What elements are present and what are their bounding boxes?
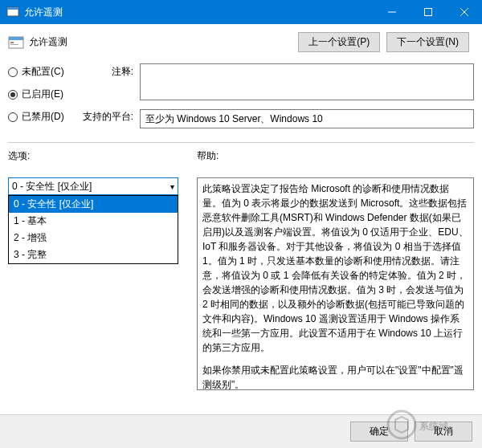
policy-icon: [8, 35, 24, 51]
footer: 确定 取消: [0, 414, 482, 448]
svg-rect-3: [424, 9, 431, 16]
cancel-button[interactable]: 取消: [415, 422, 472, 442]
header-section: 允许遥测 上一个设置(P) 下一个设置(N): [8, 32, 474, 52]
app-icon: [6, 6, 19, 18]
svg-rect-8: [10, 42, 14, 43]
radio-disabled[interactable]: [8, 112, 18, 122]
window-controls: [374, 0, 482, 24]
options-combobox[interactable]: 0 - 安全性 [仅企业] ▾: [8, 177, 178, 195]
prev-setting-button[interactable]: 上一个设置(P): [298, 32, 380, 52]
help-paragraph: 如果你禁用或未配置此策略设置，用户可以在"设置"中配置"遥测级别"。: [202, 363, 468, 390]
help-label: 帮助:: [197, 149, 474, 163]
chevron-down-icon: ▾: [170, 182, 174, 191]
header-title: 允许遥测: [29, 35, 67, 49]
notes-label: 注释:: [77, 65, 133, 110]
divider: [8, 142, 474, 143]
window-title: 允许遥测: [24, 6, 374, 19]
platforms-text: 至少为 Windows 10 Server、Windows 10: [145, 113, 323, 124]
close-button[interactable]: [446, 0, 482, 24]
options-label: 选项:: [8, 149, 189, 163]
next-setting-button[interactable]: 下一个设置(N): [386, 32, 469, 52]
help-textbox[interactable]: 此策略设置决定了报告给 Microsoft 的诊断和使用情况数据量。值为 0 表…: [197, 177, 474, 390]
combobox-option[interactable]: 1 - 基本: [9, 213, 178, 230]
state-radios: 未配置(C) 已启用(E) 已禁用(D): [8, 63, 71, 132]
combobox-option[interactable]: 3 - 完整: [9, 246, 178, 263]
radio-enabled-label: 已启用(E): [22, 88, 63, 101]
maximize-button[interactable]: [410, 0, 446, 24]
radio-not-configured[interactable]: [8, 67, 18, 77]
minimize-button[interactable]: [374, 0, 410, 24]
svg-rect-9: [10, 44, 18, 45]
svg-rect-7: [9, 37, 23, 40]
platforms-box: 至少为 Windows 10 Server、Windows 10: [140, 109, 474, 128]
svg-rect-1: [7, 7, 18, 10]
platforms-label: 支持的平台:: [77, 110, 133, 129]
radio-disabled-label: 已禁用(D): [22, 110, 64, 124]
notes-textarea[interactable]: [140, 63, 474, 100]
help-paragraph: 此策略设置决定了报告给 Microsoft 的诊断和使用情况数据量。值为 0 表…: [202, 181, 468, 355]
ok-button[interactable]: 确定: [350, 422, 408, 442]
combobox-dropdown: 0 - 安全性 [仅企业] 1 - 基本 2 - 增强 3 - 完整: [8, 195, 178, 264]
radio-not-configured-label: 未配置(C): [22, 65, 64, 79]
combobox-value: 0 - 安全性 [仅企业]: [12, 180, 92, 193]
combobox-option[interactable]: 0 - 安全性 [仅企业]: [9, 196, 178, 213]
titlebar: 允许遥测: [0, 0, 482, 24]
radio-enabled[interactable]: [8, 90, 18, 100]
combobox-option[interactable]: 2 - 增强: [9, 230, 178, 246]
